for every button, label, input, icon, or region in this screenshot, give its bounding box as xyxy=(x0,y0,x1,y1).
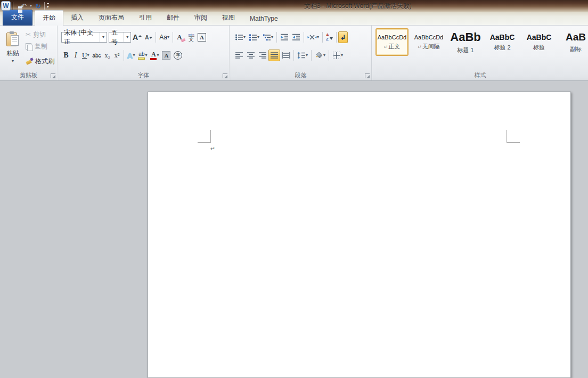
font-group: 宋体 (中文正 ▾ 五号 ▾ A A Aa ▾ xyxy=(58,26,230,80)
multilevel-list-icon xyxy=(263,33,271,42)
style-title[interactable]: AaBbC 标题 xyxy=(522,28,556,56)
line-spacing-button[interactable]: ▾ xyxy=(296,50,309,61)
undo-dropdown-icon[interactable]: ▾ xyxy=(30,4,32,8)
save-button[interactable] xyxy=(15,5,18,6)
italic-button[interactable]: I xyxy=(71,50,80,61)
justify-button[interactable] xyxy=(268,50,280,61)
style-name: 副标 xyxy=(570,45,582,53)
paragraph-mark: ↵ xyxy=(210,145,215,152)
tab-references[interactable]: 引用 xyxy=(132,11,159,26)
redo-button[interactable]: ↻ xyxy=(34,2,42,10)
asian-layout-dropdown-icon[interactable]: ▾ xyxy=(317,35,319,39)
customize-qat-button[interactable]: ▾ xyxy=(47,3,49,9)
paste-icon xyxy=(6,31,19,47)
paste-button[interactable]: 粘贴 ▾ xyxy=(2,30,23,68)
superscript-button[interactable]: x² xyxy=(112,50,122,61)
undo-button[interactable]: ↶ xyxy=(20,2,28,10)
bold-button[interactable]: B xyxy=(61,50,71,61)
style-name: 标题 xyxy=(533,44,545,52)
copy-button[interactable]: 复制 xyxy=(24,42,56,51)
show-hide-marks-button[interactable]: ↲ xyxy=(338,31,348,43)
line-spacing-dropdown-icon[interactable]: ▾ xyxy=(306,53,308,57)
font-color-button[interactable]: A ▾ xyxy=(149,50,160,61)
font-name-dropdown-icon[interactable]: ▾ xyxy=(102,35,104,39)
align-right-button[interactable] xyxy=(257,50,268,61)
underline-button[interactable]: U ▾ xyxy=(80,50,91,61)
tab-page-layout[interactable]: 页面布局 xyxy=(91,11,132,26)
shading-dropdown-icon[interactable]: ▾ xyxy=(323,53,325,57)
tab-view[interactable]: 视图 xyxy=(215,11,242,26)
font-dialog-launcher[interactable] xyxy=(223,73,227,78)
paste-dropdown-icon[interactable]: ▾ xyxy=(3,59,23,63)
text-effects-dropdown-icon[interactable]: ▾ xyxy=(133,53,135,57)
document-page[interactable]: ↵ xyxy=(148,92,571,378)
font-size-combo[interactable]: 五号 ▾ xyxy=(109,32,131,43)
style-subtitle[interactable]: AaB 副标 xyxy=(559,28,588,56)
numbering-dropdown-icon[interactable]: ▾ xyxy=(257,35,259,39)
word-logo-icon[interactable]: W xyxy=(1,1,11,11)
tab-mathtype[interactable]: MathType xyxy=(242,12,285,26)
cut-button[interactable]: ✂ 剪切 xyxy=(24,30,56,39)
phonetic-guide-button[interactable]: wén 文 xyxy=(186,31,196,43)
style-heading1[interactable]: AaBb 标题 1 xyxy=(449,28,482,56)
sort-icon: A Z xyxy=(326,33,333,42)
text-highlight-dropdown-icon[interactable]: ▾ xyxy=(145,53,147,57)
distribute-icon xyxy=(282,51,290,60)
style-preview: AaBbC xyxy=(490,33,515,42)
numbering-button[interactable]: ▾ xyxy=(247,31,261,43)
clear-formatting-icon: A xyxy=(177,33,182,42)
borders-button[interactable]: ▾ xyxy=(331,50,345,61)
clipboard-dialog-launcher[interactable] xyxy=(51,73,55,78)
change-case-button[interactable]: Aa ▾ xyxy=(158,31,171,43)
shrink-font-button[interactable]: A xyxy=(143,31,154,43)
font-size-dropdown-icon[interactable]: ▾ xyxy=(126,35,128,39)
asian-layout-button[interactable]: ▾ xyxy=(306,31,321,43)
style-name: ↵无间隔 xyxy=(418,43,440,51)
bullets-button[interactable]: ▾ xyxy=(233,31,247,43)
document-area[interactable]: ↵ xyxy=(0,81,588,378)
style-normal[interactable]: AaBbCcDd ↵正文 xyxy=(375,28,409,56)
text-highlight-button[interactable]: ab ▾ xyxy=(136,50,149,61)
paragraph-dialog-launcher[interactable] xyxy=(365,73,370,78)
tab-mailings[interactable]: 邮件 xyxy=(159,11,187,26)
change-case-dropdown-icon[interactable]: ▾ xyxy=(167,35,169,39)
grow-font-button[interactable]: A xyxy=(131,31,143,43)
font-name-combo[interactable]: 宋体 (中文正 ▾ xyxy=(61,32,107,43)
copy-label: 复制 xyxy=(35,42,47,51)
tab-review[interactable]: 审阅 xyxy=(187,11,215,26)
text-highlight-icon: ab xyxy=(138,52,145,60)
strikethrough-button[interactable]: abc xyxy=(91,50,102,61)
decrease-indent-button[interactable] xyxy=(279,31,290,43)
style-no-spacing[interactable]: AaBbCcDd ↵无间隔 xyxy=(412,28,445,56)
font-color-dropdown-icon[interactable]: ▾ xyxy=(157,53,159,57)
align-left-button[interactable] xyxy=(233,50,245,61)
font-name-value: 宋体 (中文正 xyxy=(64,28,100,46)
tab-file[interactable]: 文件 xyxy=(3,10,32,26)
style-preview: AaB xyxy=(566,31,586,43)
tab-home[interactable]: 开始 xyxy=(35,10,63,26)
bullets-dropdown-icon[interactable]: ▾ xyxy=(243,35,246,39)
borders-dropdown-icon[interactable]: ▾ xyxy=(341,53,343,57)
text-effects-icon: A xyxy=(127,51,133,60)
sort-button[interactable]: A Z xyxy=(324,31,334,43)
text-effects-button[interactable]: A ▾ xyxy=(126,50,137,61)
character-border-button[interactable]: A xyxy=(196,31,208,43)
underline-dropdown-icon[interactable]: ▾ xyxy=(87,53,89,57)
align-center-button[interactable] xyxy=(245,50,257,61)
multilevel-list-dropdown-icon[interactable]: ▾ xyxy=(271,35,273,39)
character-shading-button[interactable]: A xyxy=(160,50,172,61)
format-painter-button[interactable]: 格式刷 xyxy=(24,56,56,66)
window-title: 文档3 - Microsoft Word(产品激活失败) xyxy=(304,2,412,11)
distribute-button[interactable] xyxy=(280,50,292,61)
tab-insert[interactable]: 插入 xyxy=(63,11,91,26)
style-heading2[interactable]: AaBbC 标题 2 xyxy=(486,28,519,56)
increase-indent-button[interactable] xyxy=(290,31,302,43)
shading-button[interactable]: ▾ xyxy=(313,50,327,61)
scissors-icon: ✂ xyxy=(26,31,31,38)
superscript-icon: x² xyxy=(115,52,120,60)
subscript-button[interactable]: x₂ xyxy=(103,50,112,61)
multilevel-list-button[interactable]: ▾ xyxy=(261,31,275,43)
enclose-characters-button[interactable]: 字 xyxy=(172,50,184,61)
styles-group: AaBbCcDd ↵正文 AaBbCcDd ↵无间隔 AaBb 标题 1 AaB… xyxy=(372,26,588,80)
clear-formatting-button[interactable]: A xyxy=(175,31,184,43)
